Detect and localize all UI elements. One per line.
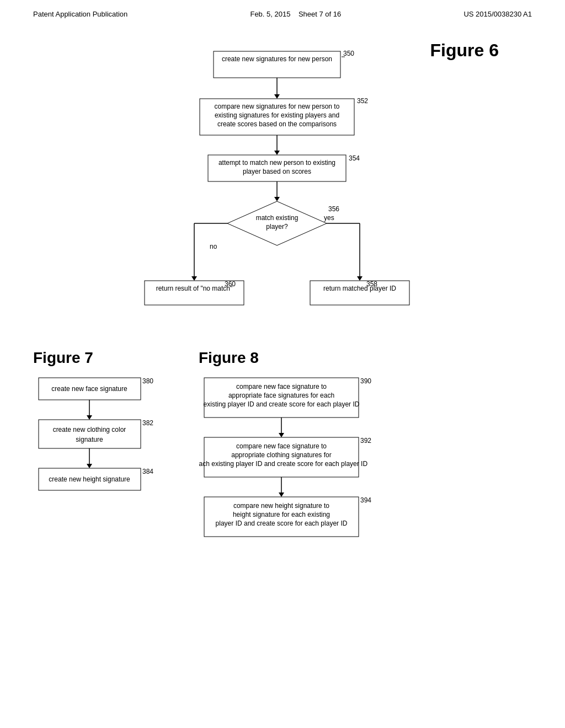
svg-text:356: 356: [328, 205, 339, 213]
svg-text:350: 350: [343, 50, 354, 57]
svg-marker-57: [279, 433, 284, 437]
svg-marker-5: [274, 94, 280, 99]
svg-text:attempt to match new person to: attempt to match new person to existing: [218, 159, 335, 167]
figure8-area: Figure 8 compare new face signature to a…: [199, 349, 532, 572]
svg-text:create new height signature: create new height signature: [49, 475, 130, 483]
svg-marker-18: [274, 197, 280, 201]
figure7-title: Figure 7: [33, 349, 177, 367]
svg-marker-27: [191, 276, 197, 281]
svg-text:return result of "no match": return result of "no match": [156, 285, 233, 292]
svg-text:384: 384: [142, 468, 153, 475]
svg-text:height signature for each exis: height signature for each existing: [233, 511, 330, 518]
page-header: Patent Application Publication Feb. 5, 2…: [0, 0, 565, 18]
svg-text:compare new face signature to: compare new face signature to: [236, 383, 327, 390]
figure7-flowchart: create new face signature 380 create new…: [33, 372, 166, 538]
svg-text:existing signatures for existi: existing signatures for existing players…: [215, 111, 339, 119]
svg-marker-64: [279, 493, 284, 497]
page-content: Figure 6 create new signatures for new p…: [0, 18, 565, 584]
svg-text:354: 354: [349, 154, 360, 162]
svg-text:existing player ID and create : existing player ID and create score for …: [204, 400, 360, 408]
svg-marker-30: [357, 276, 363, 281]
figure6-area: Figure 6 create new signatures for new p…: [33, 40, 532, 322]
svg-text:player based on scores: player based on scores: [243, 168, 311, 175]
svg-rect-42: [39, 420, 141, 448]
svg-marker-12: [274, 151, 280, 155]
svg-text:compare new height signature t: compare new height signature to: [233, 502, 329, 510]
header-middle: Feb. 5, 2015 Sheet 7 of 16: [250, 10, 341, 18]
svg-text:create new signatures for new : create new signatures for new person: [222, 55, 332, 63]
svg-text:358: 358: [366, 280, 377, 288]
svg-text:create scores based on the com: create scores based on the comparisons: [217, 120, 337, 128]
svg-text:create new face signature: create new face signature: [51, 385, 127, 393]
lower-figures-area: Figure 7 create new face signature 380 c…: [33, 349, 532, 572]
svg-text:390: 390: [360, 377, 371, 385]
svg-text:compare new signatures for new: compare new signatures for new person to: [215, 103, 340, 110]
sheet-label: Sheet 7 of 16: [299, 10, 341, 18]
svg-text:player?: player?: [266, 223, 288, 231]
svg-text:360: 360: [225, 280, 236, 288]
svg-text:394: 394: [360, 496, 371, 504]
svg-text:382: 382: [142, 419, 153, 427]
svg-text:compare new face signature to: compare new face signature to: [236, 442, 327, 450]
svg-text:yes: yes: [324, 214, 334, 222]
svg-marker-47: [87, 464, 92, 468]
svg-text:appropriate face signatures fo: appropriate face signatures for each: [228, 392, 334, 399]
svg-text:each existing player ID and cr: each existing player ID and create score…: [199, 460, 367, 468]
figure6-flowchart: create new signatures for new person 350…: [128, 46, 437, 322]
figure8-flowchart: compare new face signature to appropriat…: [199, 372, 375, 571]
svg-text:create new clothing color: create new clothing color: [53, 426, 126, 433]
figure8-title: Figure 8: [199, 349, 532, 367]
svg-text:match existing: match existing: [256, 214, 299, 222]
svg-text:392: 392: [360, 437, 371, 445]
header-right: US 2015/0038230 A1: [463, 10, 532, 18]
svg-text:player ID and create score for: player ID and create score for each play…: [216, 520, 348, 527]
svg-text:no: no: [210, 243, 217, 250]
svg-marker-41: [87, 415, 92, 420]
svg-text:return matched player ID: return matched player ID: [323, 285, 396, 292]
svg-text:appropriate clothing signature: appropriate clothing signatures for: [231, 451, 331, 459]
figure6-title: Figure 6: [430, 40, 499, 61]
header-left: Patent Application Publication: [33, 10, 127, 18]
svg-text:380: 380: [142, 377, 153, 385]
svg-text:352: 352: [357, 97, 368, 105]
figure7-area: Figure 7 create new face signature 380 c…: [33, 349, 177, 539]
svg-text:signature: signature: [76, 436, 103, 443]
